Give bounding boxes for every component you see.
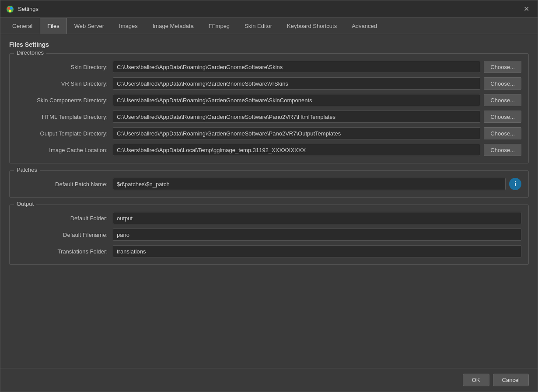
output-template-directory-label: Output Template Directory: <box>17 130 113 137</box>
translations-folder-label: Translations Folder: <box>17 248 113 255</box>
close-button[interactable]: ✕ <box>520 3 532 15</box>
default-folder-input[interactable] <box>113 212 521 224</box>
vr-skin-directory-choose-btn[interactable]: Choose... <box>484 77 521 90</box>
section-title: Files Settings <box>9 41 529 48</box>
image-cache-location-input[interactable] <box>113 144 480 156</box>
default-filename-label: Default Filename: <box>17 232 113 238</box>
tab-ffmpeg[interactable]: FFmpeg <box>201 18 237 34</box>
image-cache-location-label: Image Cache Location: <box>17 147 113 153</box>
default-patch-name-input[interactable] <box>113 178 506 190</box>
patches-group: Patches Default Patch Name: i <box>9 170 529 198</box>
skin-directory-choose-btn[interactable]: Choose... <box>484 61 521 73</box>
translations-folder-input[interactable] <box>113 245 521 257</box>
ok-button[interactable]: OK <box>463 374 489 386</box>
image-cache-location-choose-btn[interactable]: Choose... <box>484 144 521 156</box>
directories-group: Directories Skin Directory: Choose... VR… <box>9 53 529 163</box>
output-label: Output <box>14 201 36 207</box>
default-filename-input[interactable] <box>113 229 521 241</box>
tab-skin-editor[interactable]: Skin Editor <box>237 18 279 34</box>
skin-directory-input[interactable] <box>113 61 480 73</box>
output-template-directory-row: Output Template Directory: Choose... <box>17 127 521 139</box>
skin-directory-row: Skin Directory: Choose... <box>17 61 521 73</box>
tab-keyboard-shortcuts[interactable]: Keyboard Shortcuts <box>279 18 344 34</box>
default-folder-row: Default Folder: <box>17 212 521 224</box>
default-folder-label: Default Folder: <box>17 215 113 222</box>
html-template-directory-input[interactable] <box>113 111 480 123</box>
cancel-button[interactable]: Cancel <box>493 374 529 386</box>
footer: OK Cancel <box>0 368 538 392</box>
vr-skin-directory-label: VR Skin Directory: <box>17 80 113 87</box>
html-template-directory-choose-btn[interactable]: Choose... <box>484 111 521 123</box>
html-template-directory-label: HTML Template Directory: <box>17 114 113 120</box>
html-template-directory-row: HTML Template Directory: Choose... <box>17 111 521 123</box>
skin-components-directory-choose-btn[interactable]: Choose... <box>484 94 521 106</box>
skin-components-directory-row: Skin Components Directory: Choose... <box>17 94 521 106</box>
tab-web-server[interactable]: Web Server <box>67 18 112 34</box>
default-patch-name-info-btn[interactable]: i <box>509 178 521 190</box>
skin-components-directory-label: Skin Components Directory: <box>17 97 113 104</box>
tab-files[interactable]: Files <box>40 18 66 34</box>
image-cache-location-row: Image Cache Location: Choose... <box>17 144 521 156</box>
tab-images[interactable]: Images <box>112 18 145 34</box>
tab-general[interactable]: General <box>5 18 40 34</box>
skin-components-directory-input[interactable] <box>113 94 480 106</box>
svg-point-1 <box>7 7 10 10</box>
tab-image-metadata[interactable]: Image Metadata <box>145 18 201 34</box>
vr-skin-directory-input[interactable] <box>113 77 480 90</box>
output-template-directory-choose-btn[interactable]: Choose... <box>484 127 521 139</box>
default-filename-row: Default Filename: <box>17 229 521 241</box>
app-icon <box>6 5 14 14</box>
skin-directory-label: Skin Directory: <box>17 64 113 70</box>
settings-window: Settings ✕ General Files Web Server Imag… <box>0 0 538 392</box>
vr-skin-directory-row: VR Skin Directory: Choose... <box>17 77 521 90</box>
svg-point-3 <box>9 10 11 12</box>
window-title: Settings <box>18 6 520 12</box>
output-template-directory-input[interactable] <box>113 127 480 139</box>
title-bar: Settings ✕ <box>0 0 538 18</box>
tabs-bar: General Files Web Server Images Image Me… <box>0 18 538 34</box>
directories-label: Directories <box>14 49 46 56</box>
default-patch-name-label: Default Patch Name: <box>17 181 113 187</box>
patches-label: Patches <box>14 167 40 173</box>
content-area: Files Settings Directories Skin Director… <box>0 34 538 368</box>
output-group: Output Default Folder: Default Filename:… <box>9 205 529 265</box>
default-patch-name-row: Default Patch Name: i <box>17 178 521 190</box>
translations-folder-row: Translations Folder: <box>17 245 521 257</box>
svg-point-2 <box>10 7 13 10</box>
tab-advanced[interactable]: Advanced <box>344 18 384 34</box>
